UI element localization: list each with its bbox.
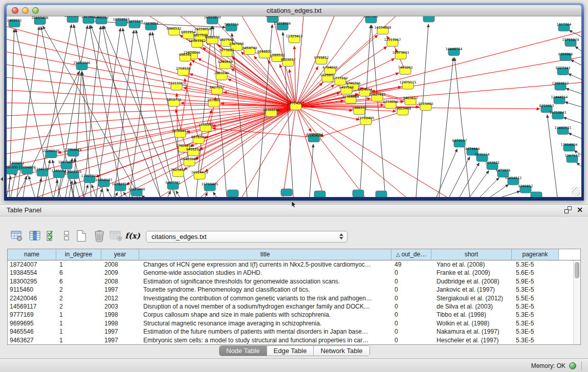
show-columns-button[interactable] (29, 229, 42, 243)
graph-node[interactable]: 12323448 (128, 187, 145, 196)
table-selector-dropdown[interactable]: citations_edges.txt (146, 231, 347, 243)
window-resize-grip[interactable] (572, 187, 580, 196)
graph-node[interactable]: 16648784 (445, 47, 462, 56)
citation-network-graph[interactable]: 1872400718300295193845549777169974626694… (7, 16, 581, 197)
graph-node[interactable]: 9227343 (556, 66, 571, 75)
graph-node[interactable]: 6879197 (452, 139, 467, 147)
graph-node[interactable]: 9175685 (220, 48, 234, 57)
graph-node[interactable]: 19218986 (274, 21, 291, 30)
graph-node[interactable]: 8960122 (167, 27, 182, 35)
graph-node[interactable]: 1535359 (199, 123, 213, 132)
table-row[interactable]: 1938455462009Genome-wide association stu… (8, 269, 573, 277)
graph-node[interactable]: 8822037 (281, 58, 296, 67)
graph-node[interactable]: 2087682 (364, 16, 379, 23)
graph-node[interactable]: 1663674 (422, 16, 437, 22)
graph-node[interactable]: 15716485 (201, 182, 218, 191)
graph-node[interactable]: 12444154 (551, 95, 568, 104)
graph-node[interactable]: 9755812 (314, 56, 329, 64)
graph-node[interactable] (281, 189, 292, 196)
network-canvas[interactable]: 1872400718300295193845549777169974626694… (7, 16, 581, 197)
graph-node[interactable]: 2935114 (475, 152, 490, 161)
tab-node-table[interactable]: Node Table (220, 346, 267, 356)
select-attributes-button[interactable] (45, 229, 58, 243)
tab-network-table[interactable]: Network Table (314, 346, 369, 356)
tab-edge-table[interactable]: Edge Table (267, 346, 314, 356)
column-header-pagerank[interactable]: pagerank (512, 249, 559, 260)
function-builder-button[interactable]: f(x) (126, 229, 139, 243)
graph-node[interactable]: 16033809 (204, 16, 221, 24)
column-header-year[interactable]: year (101, 249, 139, 260)
graph-node[interactable]: 25053346 (73, 61, 90, 70)
graph-node[interactable]: 16403948 (181, 157, 198, 166)
delete-attributes-button[interactable] (93, 229, 106, 243)
graph-node[interactable]: 16543382 (188, 39, 205, 48)
graph-node[interactable] (353, 190, 364, 197)
graph-node[interactable]: 7857224 (224, 23, 239, 31)
graph-node[interactable]: 9463627 (403, 96, 418, 105)
graph-node[interactable]: 8186328 (205, 35, 220, 44)
graph-node[interactable]: 1517304 (557, 23, 572, 31)
table-vertical-scrollbar[interactable] (573, 260, 580, 344)
graph-node[interactable]: 7386372 (352, 106, 367, 115)
graph-node[interactable]: 16782759 (112, 182, 128, 191)
graph-node[interactable]: 16210643 (549, 111, 566, 119)
graph-node[interactable]: 7625402 (171, 168, 186, 177)
window-titlebar[interactable]: citations_edges.txt (7, 5, 581, 16)
row-height-button[interactable] (60, 229, 73, 243)
graph-node[interactable]: 10973493 (392, 51, 409, 59)
graph-node[interactable]: 9115460 (419, 102, 433, 111)
table-row[interactable]: 911546021997Tourette syndrome. Phenomeno… (8, 286, 573, 294)
graph-node[interactable]: 6466162 (94, 16, 109, 24)
graph-node[interactable]: 8427552 (210, 85, 225, 94)
new-table-button[interactable] (75, 229, 88, 243)
graph-node[interactable]: 917003 (208, 98, 221, 107)
column-header-short[interactable]: short (431, 249, 512, 260)
graph-node[interactable]: 21364486 (342, 95, 359, 103)
table-row[interactable]: 1456911722003Disruption of a novel membe… (8, 302, 573, 311)
graph-node[interactable]: 2405572 (7, 18, 22, 27)
table-row[interactable]: 1830029562008Estimation of significance … (8, 277, 573, 286)
graph-node[interactable]: 9498222 (186, 147, 201, 156)
column-header-out_de[interactable]: △out_de… (391, 249, 431, 260)
graph-node[interactable] (531, 192, 542, 197)
graph-node[interactable]: 10975867 (58, 160, 75, 169)
table-row[interactable]: 969969511998Structural magnetic resonanc… (8, 319, 573, 327)
graph-node[interactable]: 15751074 (562, 38, 579, 47)
graph-node[interactable]: 12213967 (384, 38, 401, 47)
graph-node[interactable]: 8878344 (191, 135, 206, 144)
table-row[interactable]: 946554611997Estimation of the future num… (8, 327, 573, 336)
graph-node[interactable]: 11325419 (286, 34, 302, 43)
graph-node[interactable]: 20691406 (31, 16, 48, 25)
table-row[interactable]: 2242004622012Investigating the contribut… (8, 294, 573, 302)
graph-node[interactable]: 9245852 (518, 184, 533, 193)
graph-node[interactable]: 17016504 (560, 143, 577, 151)
table-row[interactable]: 1872400712008Changes of HCN gene express… (8, 260, 573, 269)
collapsed-panel-arrow-icon[interactable] (1, 177, 3, 181)
table-settings-button[interactable] (10, 229, 24, 243)
column-header-name[interactable]: name (8, 249, 56, 260)
graph-node[interactable]: 12213383 (168, 81, 185, 90)
close-panel-icon[interactable]: ✕ (577, 206, 583, 213)
graph-node[interactable]: 1145194 (52, 169, 67, 178)
graph-node[interactable]: 7485063 (398, 65, 413, 74)
graph-node[interactable]: 9329966 (558, 52, 573, 61)
graph-node[interactable]: 1810755 (167, 98, 182, 106)
graph-node[interactable]: 2803144 (214, 71, 229, 80)
graph-node[interactable]: 9457791 (166, 181, 181, 189)
float-panel-icon[interactable] (564, 206, 572, 213)
graph-node[interactable]: 986142 (179, 53, 192, 61)
column-header-in_degree[interactable]: in_degree (56, 249, 101, 260)
graph-node[interactable]: 6216066 (383, 100, 398, 108)
scrollbar-thumb[interactable] (575, 262, 579, 278)
graph-node[interactable] (376, 191, 387, 197)
graph-node[interactable]: 17359924 (64, 148, 81, 157)
graph-node[interactable]: 7513054 (144, 21, 159, 30)
graph-node[interactable]: 9242844 (218, 60, 233, 69)
graph-node[interactable]: 2718126 (176, 67, 191, 75)
graph-node[interactable] (227, 190, 238, 197)
graph-node[interactable] (314, 191, 325, 197)
graph-node[interactable]: 15720405 (357, 116, 374, 125)
memory-ok-indicator[interactable] (569, 362, 576, 369)
graph-node[interactable]: 8454749 (243, 46, 257, 55)
column-header-title[interactable]: title (139, 249, 391, 260)
